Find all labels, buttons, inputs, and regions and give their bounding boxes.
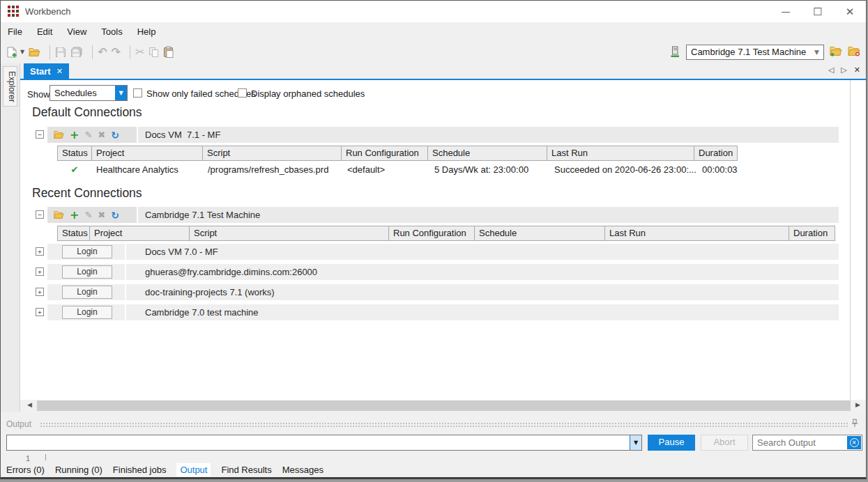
refresh-icon[interactable]: ↻: [111, 130, 119, 140]
machine-combobox[interactable]: Cambridge 7.1 Test Machine ▼: [686, 45, 824, 60]
pause-button[interactable]: Pause: [648, 435, 695, 451]
col-status[interactable]: Status: [57, 146, 92, 161]
connect-button[interactable]: [830, 46, 842, 59]
minimize-button[interactable]: —: [770, 1, 802, 22]
recent-connection-row[interactable]: Login Cambridge 7.0 test machine: [47, 304, 839, 320]
tab-scroll-left-icon[interactable]: ◁: [828, 65, 834, 75]
tab-find-results[interactable]: Find Results: [221, 465, 271, 475]
delete-icon[interactable]: ✖: [98, 210, 105, 219]
explorer-tab[interactable]: Explorer: [3, 66, 17, 107]
maximize-button[interactable]: ☐: [802, 1, 834, 22]
save-button[interactable]: [55, 47, 66, 58]
save-all-button[interactable]: [70, 47, 83, 58]
menu-edit[interactable]: Edit: [37, 24, 60, 40]
new-document-icon: [6, 47, 18, 58]
connection-group-header[interactable]: + ✎ ✖ ↻ Docs VM 7.1 - MF: [47, 127, 839, 143]
disconnect-button[interactable]: [848, 46, 860, 59]
tab-start[interactable]: Start ✕: [24, 63, 69, 79]
col-project[interactable]: Project: [89, 226, 190, 241]
tab-scroll-right-icon[interactable]: ▷: [841, 65, 846, 75]
menu-file[interactable]: File: [8, 24, 30, 40]
recent-connection-row[interactable]: Login ghueras@fry.cambridge.dimins.com:2…: [47, 264, 839, 280]
collapse-toggle[interactable]: −: [36, 210, 44, 219]
col-last-run[interactable]: Last Run: [547, 146, 694, 161]
tab-close-icon[interactable]: ✕: [56, 67, 63, 76]
col-duration[interactable]: Duration: [694, 146, 738, 161]
schedules-grid: Status Project Script Run Configuration …: [57, 146, 742, 178]
connection-group-header[interactable]: + ✎ ✖ ↻ Cambridge 7.1 Test Machine: [47, 207, 839, 223]
close-button[interactable]: ✕: [834, 1, 866, 22]
orphaned-schedules-checkbox[interactable]: [238, 88, 247, 98]
horizontal-scrollbar[interactable]: ◀ ▶: [20, 400, 866, 412]
redo-button[interactable]: ↷: [112, 47, 121, 58]
tab-messages[interactable]: Messages: [282, 465, 323, 475]
copy-button[interactable]: [149, 47, 159, 58]
open-connection-icon[interactable]: [54, 130, 64, 139]
cell-schedule: 5 Days/Wk at: 23:00:00: [430, 164, 550, 175]
open-connection-icon[interactable]: [54, 210, 64, 219]
expand-toggle[interactable]: +: [36, 308, 44, 316]
login-button[interactable]: Login: [62, 286, 112, 299]
menu-view[interactable]: View: [67, 24, 94, 40]
expand-toggle[interactable]: +: [36, 247, 44, 256]
clear-search-button[interactable]: ✕: [847, 436, 861, 449]
window-title: Workbench: [25, 6, 71, 17]
output-command-combobox[interactable]: ▼: [6, 435, 642, 451]
add-icon[interactable]: +: [70, 130, 79, 141]
expand-toggle[interactable]: +: [36, 288, 44, 296]
collapse-toggle[interactable]: −: [36, 130, 44, 139]
col-run-configuration[interactable]: Run Configuration: [388, 226, 475, 241]
col-schedule[interactable]: Schedule: [427, 146, 547, 161]
disconnect-folder-icon: [848, 46, 860, 56]
show-dropdown[interactable]: Schedules ▼: [50, 85, 128, 101]
pin-icon[interactable]: [851, 419, 859, 428]
panel-drag-handle[interactable]: [40, 422, 848, 428]
tab-finished-jobs[interactable]: Finished jobs: [113, 465, 167, 475]
recent-connection-row[interactable]: Login doc-training-projects 7.1 (works): [47, 284, 839, 300]
explorer-sidebar: Explorer: [1, 63, 20, 417]
col-duration[interactable]: Duration: [789, 226, 835, 241]
recent-connection-row[interactable]: Login Docs VM 7.0 - MF: [47, 244, 839, 260]
add-icon[interactable]: +: [70, 210, 79, 221]
col-status[interactable]: Status: [57, 226, 90, 241]
login-button[interactable]: Login: [62, 245, 112, 258]
expand-toggle[interactable]: +: [36, 267, 44, 276]
copy-icon: [149, 47, 159, 58]
tab-output[interactable]: Output: [176, 463, 211, 476]
col-run-configuration[interactable]: Run Configuration: [341, 146, 428, 161]
menu-tools[interactable]: Tools: [101, 24, 130, 40]
tab-list-close-icon[interactable]: ✕: [854, 65, 860, 75]
scroll-left-icon[interactable]: ◀: [27, 401, 32, 408]
refresh-icon[interactable]: ↻: [111, 210, 119, 220]
chevron-down-icon[interactable]: ▼: [630, 435, 641, 450]
col-last-run[interactable]: Last Run: [604, 226, 789, 241]
cut-icon[interactable]: ✂: [135, 47, 144, 58]
undo-button[interactable]: ↶: [98, 47, 107, 58]
new-document-button[interactable]: ▼: [6, 47, 24, 58]
col-schedule[interactable]: Schedule: [474, 226, 605, 241]
col-script[interactable]: Script: [189, 226, 389, 241]
failed-schedules-checkbox[interactable]: [133, 88, 142, 98]
delete-icon[interactable]: ✖: [98, 130, 105, 139]
menu-help[interactable]: Help: [137, 24, 164, 40]
gutter-tick: [45, 454, 46, 460]
scrollbar-thumb[interactable]: [37, 401, 851, 411]
search-input[interactable]: [756, 436, 845, 449]
menu-bar: File Edit View Tools Help: [1, 22, 866, 40]
col-project[interactable]: Project: [91, 146, 203, 161]
open-button[interactable]: [29, 47, 40, 57]
scroll-right-icon[interactable]: ▶: [855, 401, 860, 408]
abort-button[interactable]: Abort: [701, 435, 748, 451]
tab-running[interactable]: Running (0): [55, 465, 102, 475]
output-panel-title: Output: [6, 419, 31, 429]
edit-pencil-icon[interactable]: ✎: [84, 210, 92, 219]
connection-name: Docs VM 7.0 - MF: [126, 244, 839, 260]
col-script[interactable]: Script: [202, 146, 342, 161]
edit-pencil-icon[interactable]: ✎: [84, 130, 92, 139]
paste-button[interactable]: [163, 46, 174, 58]
connection-name: doc-training-projects 7.1 (works): [126, 284, 839, 300]
schedule-row[interactable]: ✔ Healthcare Analytics /programs/refresh…: [57, 161, 742, 178]
tab-errors[interactable]: Errors (0): [6, 465, 45, 475]
login-button[interactable]: Login: [62, 265, 112, 279]
login-button[interactable]: Login: [62, 306, 112, 319]
